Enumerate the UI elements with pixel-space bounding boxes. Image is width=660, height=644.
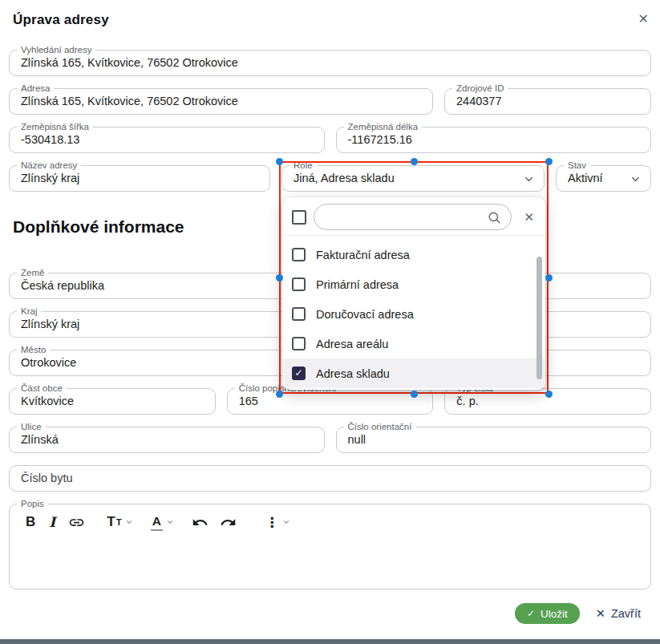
bottom-scrollbar[interactable]	[0, 639, 660, 644]
street-field[interactable]: Ulice Zlínská	[9, 427, 325, 453]
selection-handle[interactable]	[276, 274, 283, 281]
latitude-field[interactable]: Zeměpisná šířka -530418.13	[9, 127, 325, 153]
chevron-down-icon	[630, 173, 642, 188]
address-name-field[interactable]: Název adresy Zlínský kraj	[9, 165, 270, 192]
bold-icon[interactable]: B	[26, 514, 35, 530]
orientation-number-field[interactable]: Číslo orientační null	[336, 427, 652, 453]
dropdown-search-input[interactable]	[314, 205, 511, 229]
selection-handle[interactable]	[276, 391, 283, 398]
field-label: Role	[290, 160, 317, 172]
field-label: Číslo orientační	[344, 421, 416, 433]
chevron-down-icon[interactable]	[125, 518, 133, 526]
dropdown-header: ✕	[282, 197, 545, 235]
dropdown-search[interactable]	[314, 204, 512, 230]
dialog-footer: ✓ Uložit ✕ Zavřít	[9, 602, 651, 624]
option-label: Adresa areálu	[316, 338, 388, 350]
address-field[interactable]: Adresa Zlínská 165, Kvítkovice, 76502 Ot…	[9, 88, 433, 115]
checkbox-icon[interactable]	[292, 337, 306, 350]
italic-icon[interactable]: I	[49, 514, 55, 530]
select-all-checkbox[interactable]	[292, 210, 306, 225]
source-id-field[interactable]: Zdrojové ID 2440377	[444, 88, 651, 115]
field-label: Název adresy	[17, 160, 81, 172]
role-dropdown-panel: ✕ Fakturační adresa Primární adresa Doru…	[282, 197, 545, 390]
search-icon	[487, 210, 502, 229]
more-options-icon[interactable]: ⋮	[265, 514, 279, 531]
link-icon[interactable]	[68, 514, 85, 531]
field-label: Vyhledání adresy	[17, 44, 95, 56]
flat-number-field[interactable]: Číslo bytu	[9, 465, 651, 492]
field-label: Ulice	[17, 421, 46, 433]
checkbox-icon[interactable]	[292, 367, 306, 380]
description-editor[interactable]: Popis B I TT A ⋮	[9, 504, 651, 589]
redo-icon[interactable]	[220, 514, 237, 531]
selection-handle[interactable]	[411, 391, 418, 398]
check-icon: ✓	[527, 608, 535, 619]
field-value: Zlínská	[10, 427, 324, 452]
selection-handle[interactable]	[545, 158, 553, 165]
selection-handle[interactable]	[276, 158, 283, 165]
field-label: Stav	[564, 160, 590, 172]
selection-handle[interactable]	[545, 274, 553, 281]
dropdown-option[interactable]: Primární adresa	[282, 269, 545, 299]
district-field[interactable]: Část obce Kvítkovice	[9, 388, 216, 415]
chevron-down-icon[interactable]	[282, 518, 290, 526]
dropdown-option[interactable]: Adresa skladu	[282, 358, 545, 388]
selection-handle[interactable]	[411, 158, 418, 165]
option-label: Adresa skladu	[316, 367, 390, 380]
longitude-field[interactable]: Zeměpisná délka -1167215.16	[336, 127, 652, 153]
field-label: Zeměpisná délka	[344, 121, 423, 133]
field-label: Město	[17, 344, 50, 356]
dropdown-scrollbar[interactable]	[537, 257, 542, 379]
field-label: Zdrojové ID	[452, 83, 508, 95]
chevron-down-icon	[523, 173, 535, 188]
house-number-field[interactable]: Číslo popisné/evidenční 165	[227, 388, 434, 415]
selection-handle[interactable]	[545, 391, 553, 398]
close-x-icon: ✕	[596, 607, 605, 620]
clear-icon[interactable]: ✕	[519, 210, 539, 225]
field-label: Země	[17, 267, 48, 279]
field-label: Zeměpisná šířka	[17, 121, 93, 133]
status-select[interactable]: Stav Aktivní	[556, 165, 651, 192]
save-button-label: Uložit	[541, 608, 568, 620]
chevron-down-icon[interactable]	[166, 518, 174, 526]
close-button-label: Zavřít	[611, 607, 641, 620]
dropdown-option[interactable]: Doručovací adresa	[282, 299, 545, 329]
dropdown-options: Fakturační adresa Primární adresa Doručo…	[282, 236, 545, 388]
close-button[interactable]: ✕ Zavřít	[596, 607, 641, 620]
role-select[interactable]: Role Jiná, Adresa skladu	[281, 165, 545, 192]
dropdown-option[interactable]: Fakturační adresa	[282, 240, 545, 269]
address-search-field[interactable]: Vyhledání adresy Zlínská 165, Kvítkovice…	[9, 50, 651, 76]
field-value: Jiná, Adresa skladu	[282, 166, 544, 191]
editor-toolbar: B I TT A ⋮	[10, 504, 650, 532]
field-label: Adresa	[17, 83, 54, 95]
close-icon[interactable]: ✕	[638, 13, 649, 26]
option-label: Doručovací adresa	[316, 308, 414, 321]
save-button[interactable]: ✓ Uložit	[515, 603, 580, 624]
option-label: Fakturační adresa	[316, 249, 410, 261]
field-value: Zlínská 165, Kvítkovice, 76502 Otrokovic…	[10, 51, 650, 75]
checkbox-icon[interactable]	[292, 307, 306, 321]
dropdown-option[interactable]: Adresa areálu	[282, 329, 545, 358]
undo-icon[interactable]	[192, 514, 209, 531]
text-color-icon[interactable]: A	[151, 514, 163, 531]
field-label: Popis	[17, 498, 48, 510]
field-label: Kraj	[17, 306, 41, 318]
option-label: Primární adresa	[316, 278, 399, 291]
checkbox-icon[interactable]	[292, 277, 306, 291]
field-value: Zlínská 165, Kvítkovice, 76502 Otrokovic…	[10, 89, 432, 114]
text-style-icon[interactable]: TT	[107, 514, 121, 530]
field-label: Číslo bytu	[10, 466, 650, 491]
field-label: Část obce	[17, 383, 67, 395]
checkbox-icon[interactable]	[292, 248, 306, 261]
page-title: Úprava adresy	[13, 12, 651, 28]
